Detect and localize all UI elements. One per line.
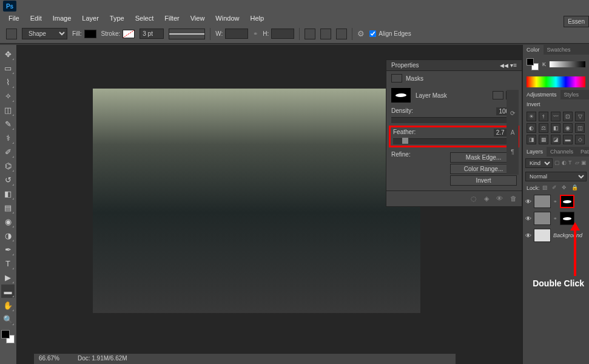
eyedropper-tool[interactable]: ✎ — [1, 117, 15, 130]
fill-swatch[interactable] — [84, 30, 96, 38]
styles-tab[interactable]: Styles — [560, 90, 583, 99]
collapse-icon[interactable]: ◀◀ — [500, 62, 508, 69]
visibility-icon[interactable]: 👁 — [525, 232, 531, 239]
magic-wand-tool[interactable]: ✧ — [1, 89, 15, 103]
height-input[interactable] — [271, 29, 294, 39]
menu-edit[interactable]: Edit — [25, 13, 47, 23]
menu-layer[interactable]: Layer — [77, 13, 104, 23]
vibrance-icon[interactable]: ▽ — [575, 112, 585, 121]
color-fg-bg[interactable] — [527, 58, 539, 70]
path-selection-tool[interactable]: ▶ — [1, 271, 15, 284]
gradient-map-icon[interactable]: ▬ — [563, 135, 573, 144]
channel-mixer-icon[interactable]: ◫ — [575, 123, 585, 133]
lock-pixels-icon[interactable]: ✐ — [552, 184, 559, 192]
foreground-background-colors[interactable] — [1, 330, 15, 343]
panel-menu-icon[interactable]: ▾≡ — [510, 62, 517, 69]
canvas-area[interactable]: Properties ◀◀ ▾≡ Masks Layer Mask Densit… — [17, 45, 522, 364]
menu-window[interactable]: Window — [210, 13, 244, 23]
load-selection-icon[interactable]: ◌ — [471, 195, 477, 203]
menu-view[interactable]: View — [186, 13, 210, 23]
layers-tab[interactable]: Layers — [523, 147, 547, 157]
gradient-tool[interactable]: ▤ — [1, 201, 15, 214]
color-balance-icon[interactable]: ⚖ — [539, 123, 548, 133]
filter-adj-icon[interactable]: ◐ — [562, 160, 567, 167]
history-panel-icon[interactable]: ⟳ — [508, 108, 517, 118]
layer-filter-kind[interactable]: Kind — [525, 158, 553, 168]
paragraph-panel-icon[interactable]: ¶ — [508, 147, 517, 157]
visibility-icon[interactable]: 👁 — [525, 198, 531, 205]
menu-image[interactable]: Image — [48, 13, 76, 23]
curves-icon[interactable]: 〰 — [551, 112, 560, 121]
filter-type-icon[interactable]: T — [568, 160, 573, 167]
threshold-icon[interactable]: ◪ — [551, 135, 560, 144]
crop-tool[interactable]: ◫ — [1, 103, 15, 116]
color-tab[interactable]: Color — [523, 45, 544, 55]
hue-sat-icon[interactable]: ◐ — [527, 123, 536, 133]
workspace-switcher[interactable]: Essen — [564, 16, 589, 27]
zoom-level[interactable]: 66.67% — [39, 355, 59, 363]
hand-tool[interactable]: ✋ — [1, 298, 15, 312]
shape-mode-select[interactable]: Shape — [22, 28, 67, 39]
layer-thumbnail[interactable] — [534, 229, 551, 242]
zoom-tool[interactable]: 🔍 — [1, 312, 15, 326]
stroke-swatch[interactable] — [123, 30, 135, 38]
selective-color-icon[interactable]: ◇ — [575, 135, 585, 144]
pixel-mask-button[interactable] — [493, 91, 503, 99]
filter-pixel-icon[interactable]: ▢ — [554, 160, 560, 167]
align-edges-checkbox[interactable] — [369, 30, 376, 37]
channels-tab[interactable]: Channels — [547, 147, 577, 157]
menu-select[interactable]: Select — [130, 13, 159, 23]
layer-row-1[interactable]: 👁 ⚭ — [523, 193, 589, 210]
character-panel-icon[interactable]: A — [508, 127, 517, 137]
path-op-icon[interactable] — [305, 29, 315, 39]
tool-preset-icon[interactable] — [6, 29, 17, 39]
k-slider[interactable] — [550, 61, 585, 67]
layer-thumbnail[interactable] — [534, 195, 551, 208]
gear-icon[interactable]: ⚙ — [357, 29, 365, 38]
menu-help[interactable]: Help — [245, 13, 269, 23]
stroke-style-icon[interactable] — [169, 29, 205, 39]
invert-icon[interactable]: ◨ — [527, 135, 536, 144]
menu-file[interactable]: File — [4, 13, 24, 23]
photo-filter-icon[interactable]: ◉ — [563, 123, 573, 133]
invert-button[interactable]: Invert — [450, 175, 517, 186]
swatches-tab[interactable]: Swatches — [544, 45, 574, 55]
delete-mask-icon[interactable]: 🗑 — [510, 195, 517, 203]
healing-tool[interactable]: ⚕ — [1, 131, 15, 144]
visibility-icon[interactable]: 👁 — [525, 215, 531, 222]
blend-mode-select[interactable]: Normal — [525, 172, 587, 181]
exposure-icon[interactable]: ⊡ — [563, 112, 573, 121]
paths-tab[interactable]: Path — [577, 147, 589, 157]
density-slider[interactable] — [391, 117, 517, 123]
align-icon[interactable] — [320, 29, 331, 39]
move-tool[interactable]: ✥ — [1, 47, 15, 61]
filter-smart-icon[interactable]: ▣ — [581, 160, 587, 167]
lock-all-icon[interactable]: 🔒 — [571, 184, 579, 192]
adjustments-tab[interactable]: Adjustments — [523, 90, 560, 99]
color-ramp[interactable] — [527, 76, 585, 87]
arrange-icon[interactable] — [336, 29, 347, 39]
doc-size[interactable]: Doc: 1.91M/6.62M — [78, 355, 127, 363]
type-tool[interactable]: T — [1, 257, 15, 270]
lock-position-icon[interactable]: ✥ — [562, 184, 569, 192]
marquee-tool[interactable]: ▭ — [1, 61, 15, 75]
brush-tool[interactable]: ✐ — [1, 145, 15, 158]
levels-icon[interactable]: ⫯ — [539, 112, 548, 121]
width-input[interactable] — [225, 29, 248, 39]
menu-type[interactable]: Type — [105, 13, 129, 23]
dodge-tool[interactable]: ◑ — [1, 229, 15, 242]
lock-transparency-icon[interactable]: ▨ — [542, 184, 550, 192]
link-icon[interactable]: ⚭ — [253, 30, 258, 37]
filter-shape-icon[interactable]: ▱ — [575, 160, 580, 167]
bw-icon[interactable]: ◧ — [551, 123, 560, 133]
feather-slider[interactable] — [393, 138, 515, 144]
blur-tool[interactable]: ◉ — [1, 215, 15, 228]
disable-mask-icon[interactable]: 👁 — [496, 195, 503, 203]
lasso-tool[interactable]: ⌇ — [1, 75, 15, 89]
document-canvas[interactable] — [93, 89, 420, 313]
menu-filter[interactable]: Filter — [160, 13, 184, 23]
apply-mask-icon[interactable]: ◈ — [484, 195, 489, 203]
layer-thumbnail[interactable] — [534, 212, 551, 225]
pen-tool[interactable]: ✒ — [1, 243, 15, 256]
brightness-icon[interactable]: ☀ — [527, 112, 536, 121]
